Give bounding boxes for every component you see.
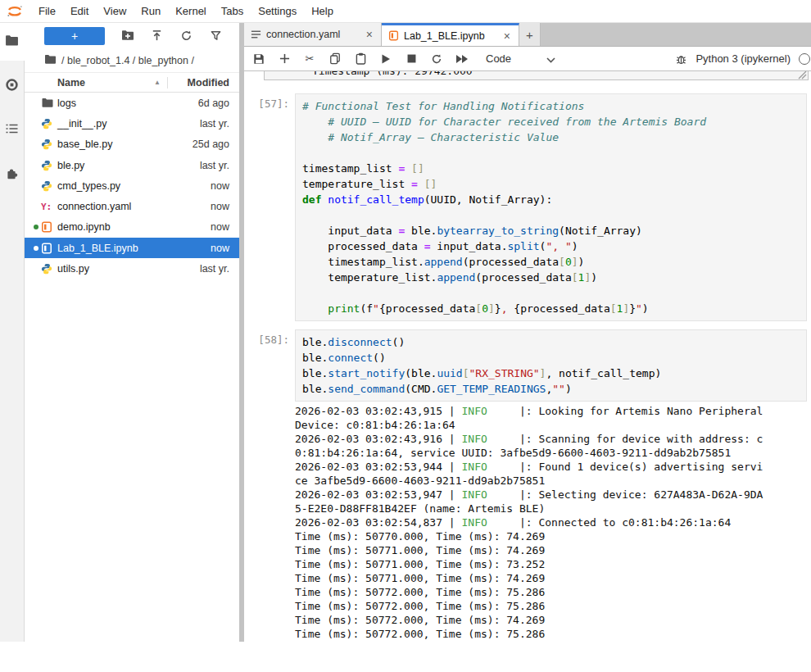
refresh-icon[interactable] bbox=[180, 30, 193, 43]
resize-handle-icon[interactable] bbox=[797, 71, 807, 79]
upload-icon[interactable] bbox=[151, 30, 164, 43]
run-all-cells-icon[interactable] bbox=[455, 52, 469, 66]
sidebar-tab-table-of-contents[interactable] bbox=[0, 111, 25, 149]
code-cell: [57]:# Functional Test for Handling Noti… bbox=[244, 93, 811, 321]
menu-edit[interactable]: Edit bbox=[63, 5, 96, 17]
code-line bbox=[302, 145, 800, 161]
code-line: timestamp_list.append(processed_data[0]) bbox=[302, 254, 800, 270]
code-line: processed_data = input_data.split(", ") bbox=[302, 238, 800, 254]
code-line: ble.start_notify(ble.uuid["RX_STRING"], … bbox=[302, 366, 800, 381]
kernel-running-dot bbox=[31, 225, 41, 229]
file-name: Lab_1_BLE.ipynb bbox=[57, 243, 180, 254]
menu-tabs[interactable]: Tabs bbox=[214, 5, 251, 17]
stop-kernel-icon[interactable] bbox=[405, 52, 418, 66]
menu-view[interactable]: View bbox=[96, 5, 134, 17]
breadcrumb-path: / ble_robot_1.4 / ble_python / bbox=[61, 55, 194, 66]
scrolled-output-remnant[interactable]: Timestamp (ms): 29742.000 bbox=[264, 71, 809, 80]
notebook-cells: [57]:# Functional Test for Handling Noti… bbox=[244, 93, 811, 642]
output-line: Time (ms): 50772.000, Time (ms): 74.269 bbox=[295, 613, 811, 627]
restart-kernel-icon[interactable] bbox=[430, 52, 443, 66]
tab-label: connection.yaml bbox=[266, 29, 360, 40]
running-kernels-icon bbox=[5, 78, 19, 95]
execution-count: [57]: bbox=[244, 93, 295, 321]
notebook-toolbar: ✂ Code bbox=[244, 47, 811, 71]
file-list: logs6d ago__init__.pylast yr.base_ble.py… bbox=[25, 93, 239, 642]
file-browser-toolbar: + bbox=[25, 23, 239, 49]
paste-cell-icon[interactable] bbox=[354, 52, 367, 66]
code-line: # UUID – UUID for Character received fro… bbox=[302, 114, 800, 129]
output-line: Time (ms): 50773.000, Time (ms): 74.269 bbox=[295, 641, 811, 642]
filter-icon[interactable] bbox=[210, 30, 223, 43]
breadcrumb[interactable]: / ble_robot_1.4 / ble_python / bbox=[25, 49, 239, 72]
output-line: 2026-02-03 03:02:54,837 | INFO |: Connec… bbox=[295, 515, 811, 529]
tab-connection-yaml[interactable]: connection.yaml × bbox=[244, 23, 382, 46]
output-line: Time (ms): 50772.000, Time (ms): 75.286 bbox=[295, 599, 811, 613]
chevron-down-icon[interactable] bbox=[546, 52, 555, 66]
tab-label: Lab_1_BLE.ipynb bbox=[404, 30, 497, 42]
close-tab-icon[interactable]: × bbox=[365, 28, 374, 41]
file-row[interactable]: Lab_1_BLE.ipynbnow bbox=[25, 238, 239, 258]
code-line bbox=[302, 285, 800, 301]
sort-ascending-icon: ▲ bbox=[154, 79, 161, 86]
sidebar-tab-file-browser[interactable] bbox=[0, 23, 25, 61]
menu-run[interactable]: Run bbox=[134, 5, 168, 17]
menu-kernel[interactable]: Kernel bbox=[168, 5, 214, 17]
file-modified: now bbox=[180, 221, 239, 233]
kernel-running-dot bbox=[31, 246, 41, 251]
add-cell-icon[interactable] bbox=[278, 52, 291, 66]
file-name: connection.yaml bbox=[57, 201, 180, 212]
file-row[interactable]: base_ble.py25d ago bbox=[25, 134, 239, 155]
output-line: 2026-02-03 03:02:43,915 | INFO |: Lookin… bbox=[295, 404, 811, 418]
file-row[interactable]: logs6d ago bbox=[25, 93, 239, 113]
column-header-name[interactable]: Name bbox=[57, 77, 85, 89]
file-row[interactable]: cmd_types.pynow bbox=[25, 175, 239, 196]
kernel-status-icon[interactable] bbox=[799, 53, 810, 65]
file-name: ble.py bbox=[57, 160, 180, 171]
cell-input-editor[interactable]: ble.disconnect()ble.connect()ble.start_n… bbox=[295, 329, 807, 402]
output-line: 0:81:b4:26:1a:64, service UUID: 3afbe5d9… bbox=[295, 446, 811, 460]
file-row[interactable]: Y:connection.yamlnow bbox=[25, 196, 239, 216]
text-file-icon bbox=[251, 30, 261, 39]
output-line: Time (ms): 50772.000, Time (ms): 75.286 bbox=[295, 585, 811, 599]
python-file-icon bbox=[41, 180, 57, 192]
menu-bar: File Edit View Run Kernel Tabs Settings … bbox=[0, 0, 811, 23]
copy-cell-icon[interactable] bbox=[328, 52, 342, 66]
file-row[interactable]: demo.ipynbnow bbox=[25, 217, 239, 238]
output-line: Time (ms): 50771.000, Time (ms): 73.252 bbox=[295, 557, 811, 571]
menu-help[interactable]: Help bbox=[304, 5, 341, 17]
new-launcher-button[interactable]: + bbox=[44, 27, 105, 45]
notebook-file-icon bbox=[41, 243, 57, 254]
python-file-icon bbox=[41, 118, 57, 129]
close-tab-icon[interactable]: × bbox=[502, 30, 512, 43]
file-row[interactable]: __init__.pylast yr. bbox=[25, 113, 239, 134]
code-line: ble.disconnect() bbox=[302, 334, 800, 350]
file-modified: last yr. bbox=[180, 160, 239, 171]
save-icon[interactable] bbox=[252, 52, 265, 66]
code-line: input_data = ble.bytearray_to_string(Not… bbox=[302, 223, 800, 238]
menu-settings[interactable]: Settings bbox=[251, 5, 304, 17]
file-row[interactable]: ble.pylast yr. bbox=[25, 155, 239, 175]
output-line: ce 3afbe5d9-6600-4603-9211-dd9ab2b75851 bbox=[295, 474, 811, 488]
sidebar-tab-running-kernels[interactable] bbox=[0, 67, 25, 105]
tab-lab-1-ble-ipynb[interactable]: Lab_1_BLE.ipynb × bbox=[382, 23, 519, 46]
cell-type-select[interactable]: Code bbox=[486, 52, 511, 65]
file-name: __init__.py bbox=[57, 118, 180, 129]
run-cell-icon[interactable] bbox=[379, 52, 392, 66]
debugger-bug-icon[interactable] bbox=[674, 52, 687, 66]
code-cell: [58]:ble.disconnect()ble.connect()ble.st… bbox=[244, 329, 811, 402]
file-row[interactable]: utils.pylast yr. bbox=[25, 258, 239, 279]
new-folder-icon[interactable] bbox=[121, 30, 134, 43]
file-name: logs bbox=[57, 98, 180, 109]
cut-cell-icon[interactable]: ✂ bbox=[303, 52, 316, 66]
output-line: 2026-02-03 03:02:53,944 | INFO |: Found … bbox=[295, 460, 811, 474]
kernel-name[interactable]: Python 3 (ipykernel) bbox=[695, 52, 791, 65]
menu-file[interactable]: File bbox=[31, 5, 63, 17]
column-header-modified[interactable]: Modified bbox=[167, 77, 231, 89]
activity-bar bbox=[0, 23, 25, 642]
code-line: # Notif_Array – Characteristic Value bbox=[302, 129, 800, 145]
cell-input-editor[interactable]: # Functional Test for Handling Notificat… bbox=[295, 93, 807, 321]
code-line: timestamp_list = [] bbox=[302, 161, 800, 176]
new-tab-button[interactable]: + bbox=[519, 23, 541, 46]
file-browser: + / ble_robot_1.4 / ble_python / bbox=[25, 23, 239, 642]
sidebar-tab-extensions[interactable] bbox=[0, 156, 25, 193]
